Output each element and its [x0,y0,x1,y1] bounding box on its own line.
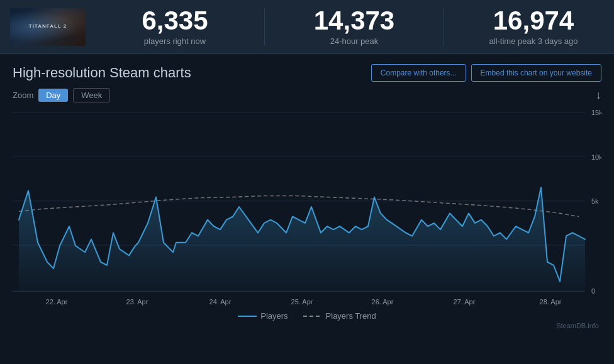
compare-button[interactable]: Compare with others... [371,64,466,82]
download-icon[interactable]: ↓ [596,89,601,102]
peak-24h-value: 14,373 [314,8,394,34]
svg-marker-16 [19,187,585,291]
game-thumbnail: Titanfall 2 [10,8,86,46]
svg-text:5k: 5k [591,197,599,205]
chart-container: 15k 10k 5k 0 22. Apr 23. Apr 24. Apr 25.… [13,106,601,307]
main-content: High-resolution Steam charts Compare wit… [0,54,614,329]
chart-svg: 15k 10k 5k 0 22. Apr 23. Apr 24. Apr 25.… [13,106,601,307]
svg-text:0: 0 [591,287,595,295]
legend-trend-label: Players Trend [326,311,376,321]
header-bar: Titanfall 2 6,335 players right now 14,3… [0,0,614,54]
svg-text:10k: 10k [591,153,601,160]
watermark: SteamDB.info [13,322,601,329]
stat-all-time-peak: 16,974 all-time peak 3 days ago [463,8,604,46]
zoom-row: Zoom Day Week ↓ [13,88,601,102]
current-players-label: players right now [144,36,206,46]
svg-text:26. Apr: 26. Apr [372,298,394,306]
all-time-peak-value: 16,974 [493,8,574,34]
chart-legend: Players Players Trend [13,311,601,321]
legend-trend-line [303,316,322,317]
stat-current-players: 6,335 players right now [104,8,245,46]
header-buttons: Compare with others... Embed this chart … [371,64,601,82]
game-logo: Titanfall 2 [29,23,67,30]
svg-text:28. Apr: 28. Apr [540,298,562,306]
legend-players-label: Players [260,311,287,321]
zoom-week-button[interactable]: Week [73,88,110,102]
stat-divider-1 [264,8,265,46]
zoom-day-button[interactable]: Day [38,89,68,102]
svg-text:24. Apr: 24. Apr [209,298,232,306]
svg-text:22. Apr: 22. Apr [46,298,68,306]
svg-text:27. Apr: 27. Apr [454,298,476,306]
stat-24h-peak: 14,373 24-hour peak [284,8,425,46]
svg-text:25. Apr: 25. Apr [291,298,313,306]
peak-24h-label: 24-hour peak [330,36,379,46]
zoom-label: Zoom [13,91,33,100]
chart-header: High-resolution Steam charts Compare wit… [13,64,601,82]
embed-button[interactable]: Embed this chart on your website [471,64,601,82]
all-time-peak-label: all-time peak 3 days ago [489,36,578,46]
svg-text:23. Apr: 23. Apr [126,298,148,306]
legend-trend: Players Trend [303,311,376,321]
legend-players: Players [238,311,287,321]
legend-players-line [238,316,257,317]
svg-text:15k: 15k [591,109,601,116]
current-players-value: 6,335 [142,8,208,34]
chart-title: High-resolution Steam charts [13,65,191,81]
stat-divider-2 [444,8,444,46]
